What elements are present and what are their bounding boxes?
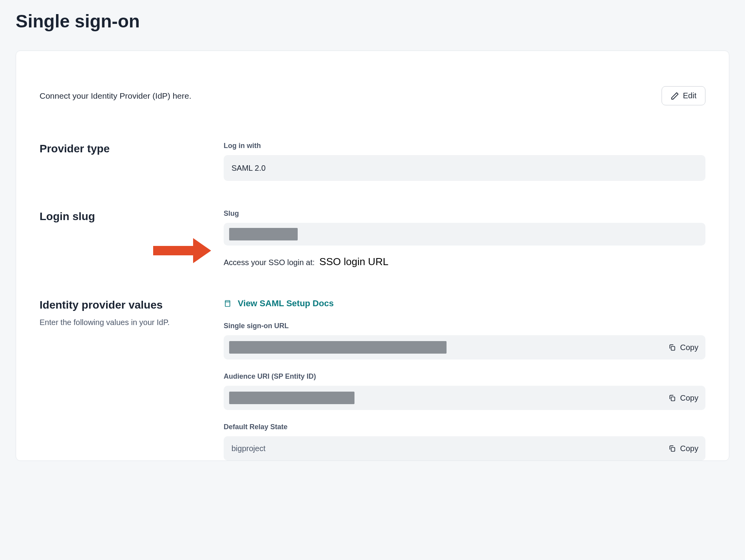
svg-rect-3 — [671, 397, 675, 401]
relay-state-value: bigproject — [231, 443, 266, 454]
edit-button[interactable]: Edit — [662, 86, 705, 105]
copy-label: Copy — [680, 343, 698, 352]
svg-rect-2 — [671, 347, 675, 350]
view-saml-docs-link[interactable]: View SAML Setup Docs — [224, 297, 334, 310]
copy-label: Copy — [680, 394, 698, 403]
login-with-label: Log in with — [224, 141, 705, 151]
relay-state-label: Default Relay State — [224, 422, 705, 432]
audience-uri-value-row: Copy — [224, 386, 705, 410]
copy-sso-url-button[interactable]: Copy — [668, 343, 698, 352]
page-title: Single sign-on — [16, 8, 729, 35]
document-icon — [224, 299, 231, 308]
svg-rect-4 — [671, 448, 675, 452]
copy-relay-state-button[interactable]: Copy — [668, 444, 698, 453]
section-provider-type: Provider type Log in with SAML 2.0 — [40, 141, 705, 181]
view-saml-docs-label: View SAML Setup Docs — [238, 297, 334, 310]
copy-audience-uri-button[interactable]: Copy — [668, 394, 698, 403]
redacted-placeholder — [229, 228, 298, 240]
redacted-placeholder — [229, 341, 447, 354]
sso-url-value-row: Copy — [224, 335, 705, 359]
copy-icon — [668, 394, 676, 402]
pencil-icon — [671, 92, 679, 100]
login-with-value: SAML 2.0 — [224, 155, 705, 181]
section-login-slug: Login slug Slug Access your SSO login at… — [40, 208, 705, 269]
copy-icon — [668, 444, 676, 452]
audience-uri-label: Audience URI (SP Entity ID) — [224, 371, 705, 382]
section-idp-values: Identity provider values Enter the follo… — [40, 297, 705, 461]
relay-state-value-row: bigproject Copy — [224, 436, 705, 461]
svg-rect-0 — [225, 300, 230, 306]
sso-url-label: Single sign-on URL — [224, 321, 705, 331]
provider-type-heading: Provider type — [40, 141, 208, 157]
sso-login-helper-prefix: Access your SSO login at: — [224, 257, 315, 268]
idp-values-heading: Identity provider values — [40, 297, 208, 313]
edit-button-label: Edit — [683, 91, 696, 100]
copy-label: Copy — [680, 444, 698, 453]
slug-label: Slug — [224, 208, 705, 219]
redacted-placeholder — [229, 392, 354, 404]
slug-value — [224, 223, 705, 246]
idp-values-subheading: Enter the following values in your IdP. — [40, 316, 208, 328]
login-slug-heading: Login slug — [40, 208, 208, 225]
sso-card: Connect your Identity Provider (IdP) her… — [16, 51, 729, 461]
sso-login-url: SSO login URL — [319, 254, 388, 269]
card-description: Connect your Identity Provider (IdP) her… — [40, 90, 192, 102]
copy-icon — [668, 343, 676, 351]
